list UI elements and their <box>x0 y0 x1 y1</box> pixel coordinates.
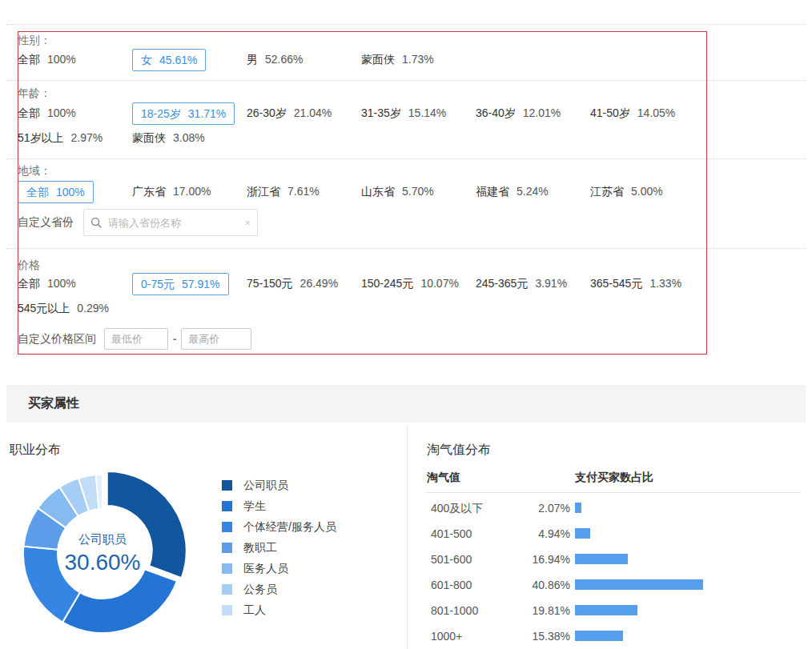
filter-option-cell: 36-40岁12.01% <box>476 102 590 125</box>
legend-swatch-icon <box>222 543 232 553</box>
legend-item[interactable]: 学生 <box>222 500 336 511</box>
chip-label: 0-75元 <box>141 278 175 290</box>
filter-option-cell: 545元以上0.29% <box>18 298 132 320</box>
filter-chip[interactable]: 150-245元10.07% <box>361 273 459 295</box>
filter-option-cell: 41-50岁14.05% <box>590 102 705 125</box>
range-dash: - <box>173 333 176 345</box>
filter-chip[interactable]: 545元以上0.29% <box>18 298 109 320</box>
filter-chip[interactable]: 41-50岁14.05% <box>590 102 675 125</box>
filter-chip-selected[interactable]: 18-25岁31.71% <box>132 102 235 125</box>
filter-option-cell: 全部100% <box>18 49 132 71</box>
filter-chip[interactable]: 江苏省5.00% <box>590 181 663 203</box>
taoqi-percent-value: 16.94% <box>507 553 570 566</box>
legend-swatch-icon <box>222 501 232 511</box>
chip-value: 1.33% <box>649 277 681 290</box>
chip-value: 0.29% <box>77 302 109 314</box>
taoqi-percent-value: 4.94% <box>507 527 570 540</box>
filter-chip[interactable]: 全部100% <box>18 49 76 71</box>
legend-label: 教职工 <box>243 542 277 553</box>
filter-chip-selected[interactable]: 全部100% <box>18 181 94 203</box>
taoqi-range-label: 1000+ <box>431 630 462 643</box>
filter-option-cell: 31-35岁15.14% <box>361 102 476 125</box>
filter-chip[interactable]: 福建省5.24% <box>476 181 549 203</box>
filter-option-cell: 全部100% <box>18 273 132 295</box>
taoqi-range-label: 801-1000 <box>431 604 478 617</box>
taoqi-percent-value: 2.07% <box>507 502 570 515</box>
filter-chip[interactable]: 山东省5.70% <box>361 181 434 203</box>
buyer-attributes-title: 买家属性 <box>28 395 79 412</box>
taoqi-bar <box>575 554 628 564</box>
legend-label: 医务人员 <box>243 563 288 574</box>
filter-option-cell: 浙江省7.61% <box>247 181 361 203</box>
filter-option-cell: 全部100% <box>18 181 132 203</box>
filter-chip[interactable]: 男52.66% <box>247 49 303 71</box>
filter-chip-selected[interactable]: 0-75元57.91% <box>132 273 229 295</box>
custom-price-label: 自定义价格区间 <box>18 332 96 347</box>
chip-value: 100% <box>47 277 76 290</box>
filter-option-cell: 蒙面侠3.08% <box>132 127 247 150</box>
buyer-attributes-band: 买家属性 <box>6 385 806 423</box>
chip-label: 26-30岁 <box>247 106 287 119</box>
legend-label: 学生 <box>243 500 266 511</box>
filter-chip[interactable]: 全部100% <box>18 102 76 125</box>
filter-chip[interactable]: 全部100% <box>18 273 76 295</box>
taoqi-percent-value: 40.86% <box>507 579 570 591</box>
filter-chip[interactable]: 广东省17.00% <box>132 181 211 203</box>
filter-chip[interactable]: 蒙面侠3.08% <box>132 127 205 150</box>
filter-option-cell: 150-245元10.07% <box>361 273 476 295</box>
filter-option-cell: 365-545元1.33% <box>590 273 705 295</box>
chip-label: 全部 <box>18 277 40 290</box>
taoqi-range-label: 501-600 <box>431 553 472 566</box>
filter-option-cell: 51岁以上2.97% <box>18 127 132 150</box>
chip-value: 100% <box>47 106 76 119</box>
legend-item[interactable]: 公务员 <box>222 583 336 595</box>
legend-item[interactable]: 公司职员 <box>222 479 336 491</box>
region-options: 全部100%广东省17.00%浙江省7.61%山东省5.70%福建省5.24%江… <box>18 181 722 206</box>
chip-label: 广东省 <box>132 185 166 198</box>
section-divider <box>6 158 806 159</box>
custom-price-range-row: 自定义价格区间 - <box>18 328 251 350</box>
pie-slice[interactable] <box>62 569 177 633</box>
chip-label: 福建省 <box>476 185 509 198</box>
gender-options: 全部100%女45.61%男52.66%蒙面侠1.73% <box>18 49 722 74</box>
chip-label: 浙江省 <box>247 185 280 198</box>
section-divider <box>6 80 806 81</box>
pie-slice[interactable] <box>107 471 187 578</box>
filter-chip[interactable]: 36-40岁12.01% <box>476 102 561 125</box>
chip-label: 全部 <box>26 186 49 198</box>
filter-chip[interactable]: 51岁以上2.97% <box>18 127 103 150</box>
filter-option-cell: 26-30岁21.04% <box>247 102 361 125</box>
filter-option-cell: 蒙面侠1.73% <box>361 49 476 71</box>
taoqi-rows: 400及以下2.07%401-5004.94%501-60016.94%601-… <box>427 495 801 648</box>
province-search-input[interactable] <box>108 217 244 229</box>
chip-label: 山东省 <box>361 185 395 198</box>
filter-chip[interactable]: 75-150元26.49% <box>247 273 338 295</box>
occupation-chart-title: 职业分布 <box>10 442 61 459</box>
age-options: 全部100%18-25岁31.71%26-30岁21.04%31-35岁15.1… <box>18 102 722 152</box>
chip-value: 1.73% <box>402 53 434 66</box>
legend-item[interactable]: 个体经营/服务人员 <box>222 521 336 532</box>
occupation-legend: 公司职员学生个体经营/服务人员教职工医务人员公务员工人 <box>222 479 336 625</box>
filter-chip[interactable]: 蒙面侠1.73% <box>361 49 434 71</box>
custom-province-label: 自定义省份 <box>18 215 74 230</box>
chip-label: 男 <box>247 53 258 66</box>
legend-item[interactable]: 医务人员 <box>222 563 336 574</box>
legend-label: 公司职员 <box>243 479 288 491</box>
header-underline <box>427 492 801 493</box>
clear-icon[interactable]: × <box>244 217 251 229</box>
legend-item[interactable]: 教职工 <box>222 542 336 553</box>
chip-value: 5.24% <box>517 185 549 198</box>
legend-item[interactable]: 工人 <box>222 604 336 615</box>
min-price-input[interactable] <box>104 328 168 350</box>
filter-chip[interactable]: 浙江省7.61% <box>247 181 320 203</box>
filter-chip-selected[interactable]: 女45.61% <box>132 49 206 71</box>
filter-chip[interactable]: 365-545元1.33% <box>590 273 681 295</box>
filter-chip[interactable]: 26-30岁21.04% <box>247 102 332 125</box>
max-price-input[interactable] <box>181 328 251 350</box>
filter-chip[interactable]: 245-365元3.91% <box>476 273 567 295</box>
taoqi-range-label: 601-800 <box>431 579 472 591</box>
taoqi-table-row: 801-100019.81% <box>427 597 801 623</box>
chip-label: 全部 <box>18 53 40 66</box>
section-divider <box>6 24 806 25</box>
filter-chip[interactable]: 31-35岁15.14% <box>361 102 446 125</box>
